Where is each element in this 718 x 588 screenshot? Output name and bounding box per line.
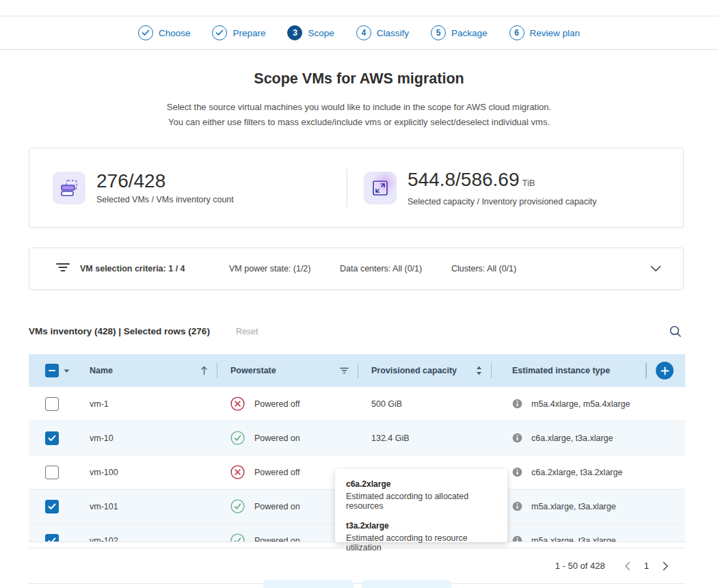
step-review-plan[interactable]: 6 Review plan (509, 25, 581, 40)
check-icon (142, 29, 150, 36)
step-label: Prepare (232, 28, 265, 38)
pagination-current-page[interactable]: 1 (644, 561, 649, 571)
step-scope[interactable]: 3 Scope (287, 25, 334, 40)
stats-divider (347, 169, 347, 207)
vm-name: vm-1 (81, 387, 217, 420)
powerstate-label: Powered off (254, 468, 300, 477)
table-row[interactable]: vm-1 Powered off 500 GiB m5a.4xlarge, m5… (29, 387, 685, 421)
summary-stats-card: 276/428 Selected VMs / VMs inventory cou… (29, 148, 684, 228)
step-classify[interactable]: 4 Classify (356, 25, 409, 40)
vm-name: vm-10 (81, 421, 217, 455)
vms-count-stat: 276/428 Selected VMs / VMs inventory cou… (53, 171, 347, 204)
filter-vm-power-state[interactable]: VM power state: (1/2) (229, 264, 340, 273)
step-circle: 4 (356, 25, 371, 40)
powered-on-icon (230, 499, 245, 513)
vm-name: vm-100 (81, 455, 217, 489)
pagination-next-icon[interactable] (660, 559, 672, 574)
stacked-servers-icon (53, 172, 85, 204)
column-header-estimated-instance-type[interactable]: Estimated instance type (492, 354, 646, 387)
column-filter-icon[interactable] (340, 366, 349, 375)
info-icon[interactable] (512, 399, 522, 409)
tooltip-primary-desc: Estimated according to allocated resourc… (346, 492, 496, 511)
step-prepare[interactable]: 2 Prepare (212, 25, 265, 40)
column-header-provisioned-capacity[interactable]: Provisioned capacity (358, 354, 492, 387)
column-header-name[interactable]: Name (81, 354, 217, 387)
info-icon[interactable] (512, 433, 522, 443)
filter-clusters[interactable]: Clusters: All (0/1) (451, 264, 561, 273)
filter-vm-selection-criteria[interactable]: VM selection criteria: 1 / 4 (80, 264, 229, 273)
table-header-row: Name Powerstate Provisioned capacity Est… (29, 354, 685, 387)
powerstate-label: Powered off (254, 399, 300, 409)
filter-data-centers[interactable]: Data centers: All (0/1) (340, 264, 451, 273)
table-row[interactable]: vm-10 Powered on 132.4 GiB c6a.xlarge, t… (29, 421, 685, 455)
check-icon (215, 29, 224, 36)
step-number: 3 (293, 28, 297, 38)
vms-count-value: 276/428 (96, 171, 234, 191)
reset-button[interactable]: Reset (236, 327, 258, 336)
wizard-stepper: 1 Choose 2 Prepare 3 Scope 4 Classify 5 … (0, 16, 718, 50)
table-toolbar: VMs inventory (428) | Selected rows (276… (29, 326, 684, 336)
vms-count-label: Selected VMs / VMs inventory count (96, 195, 234, 204)
vm-name: vm-101 (81, 490, 217, 523)
table-summary: VMs inventory (428) | Selected rows (276… (29, 326, 210, 336)
resize-arrows-icon (364, 172, 397, 204)
row-checkbox[interactable] (45, 466, 59, 479)
step-label: Choose (159, 28, 191, 38)
step-label: Scope (308, 28, 334, 38)
provisioned-capacity: 132.4 GiB (358, 421, 492, 455)
column-header-powerstate[interactable]: Powerstate (217, 354, 358, 387)
powerstate-label: Powered on (254, 502, 300, 511)
instance-type-tooltip: c6a.2xlarge Estimated according to alloc… (335, 469, 507, 542)
chevron-down-icon[interactable] (650, 263, 661, 275)
row-checkbox[interactable] (45, 431, 59, 445)
powerstate-label: Powered on (254, 536, 300, 543)
step-label: Classify (377, 28, 409, 38)
info-icon[interactable] (512, 501, 522, 511)
capacity-unit: TiB (522, 178, 535, 188)
page-description-line2: You can either use filters to mass exclu… (0, 117, 718, 127)
estimated-instance-type: m5a.xlarge, t3a.xlarge (531, 502, 616, 511)
step-label: Review plan (530, 28, 581, 38)
powerstate-label: Powered on (254, 433, 300, 443)
powered-off-icon (230, 465, 245, 479)
page-title: Scope VMs for AWS migration (0, 70, 718, 88)
info-icon[interactable] (512, 535, 522, 542)
step-number: 6 (514, 28, 519, 38)
estimated-instance-type: c6a.xlarge, t3a.xlarge (531, 433, 613, 443)
search-icon[interactable] (667, 323, 684, 343)
pagination-prev-icon[interactable] (622, 559, 633, 574)
powered-on-icon (230, 431, 245, 445)
step-number: 5 (436, 28, 441, 38)
powered-off-icon (230, 397, 245, 411)
tooltip-secondary-desc: Estimated according to resource utilizat… (346, 533, 496, 552)
provisioned-capacity: 500 GiB (358, 387, 492, 420)
info-icon[interactable] (512, 467, 522, 477)
tooltip-secondary-type: t3a.2xlarge (346, 521, 496, 531)
cutoff-action-button-left[interactable] (263, 580, 354, 588)
filter-icon (55, 260, 70, 277)
row-checkbox[interactable] (45, 534, 59, 543)
cutoff-action-button-right[interactable] (362, 580, 451, 588)
row-checkbox[interactable] (45, 397, 59, 411)
sort-both-icon[interactable] (476, 366, 482, 375)
top-strip (0, 0, 718, 16)
estimated-instance-type: m5a.4xlarge, m5a.4xlarge (531, 399, 630, 409)
add-column-button[interactable] (656, 362, 674, 379)
step-package[interactable]: 5 Package (431, 25, 488, 40)
step-number: 4 (361, 28, 366, 38)
row-checkbox[interactable] (45, 500, 59, 513)
sort-ascending-icon[interactable] (200, 366, 208, 375)
filter-bar: VM selection criteria: 1 / 4 VM power st… (29, 248, 684, 290)
select-all-caret-icon[interactable] (64, 366, 70, 375)
step-choose[interactable]: 1 Choose (138, 25, 191, 40)
step-circle: 3 (287, 25, 302, 40)
capacity-stat: 544.8/586.69TiB Selected capacity / Inve… (364, 170, 597, 206)
powered-on-icon (230, 533, 245, 542)
estimated-instance-type: c6a.2xlarge, t3a.2xlarge (531, 468, 622, 477)
step-circle: 6 (509, 25, 524, 40)
estimated-instance-type: m5a.xlarge, t3a.xlarge (531, 536, 616, 543)
step-label: Package (451, 28, 488, 38)
tooltip-primary-type: c6a.2xlarge (346, 479, 496, 489)
select-all-checkbox[interactable] (45, 364, 59, 377)
step-circle: 1 (138, 25, 153, 40)
